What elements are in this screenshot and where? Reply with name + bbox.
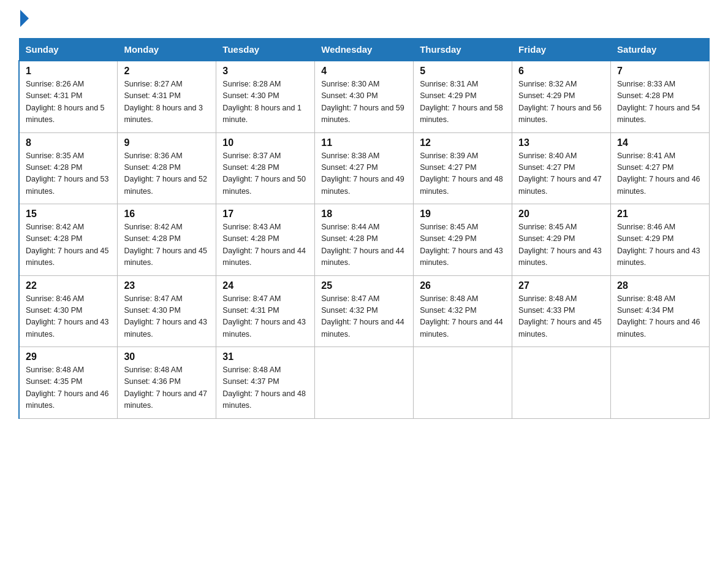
week-row-4: 22Sunrise: 8:46 AMSunset: 4:30 PMDayligh… xyxy=(19,275,710,347)
day-number: 9 xyxy=(124,137,210,148)
calendar-body: 1Sunrise: 8:26 AMSunset: 4:31 PMDaylight… xyxy=(19,61,710,418)
table-row: 4Sunrise: 8:30 AMSunset: 4:30 PMDaylight… xyxy=(315,61,414,132)
table-row: 30Sunrise: 8:48 AMSunset: 4:36 PMDayligh… xyxy=(118,347,216,419)
table-row: 8Sunrise: 8:35 AMSunset: 4:28 PMDaylight… xyxy=(19,132,118,204)
day-info: Sunrise: 8:48 AMSunset: 4:36 PMDaylight:… xyxy=(124,364,210,412)
day-info: Sunrise: 8:39 AMSunset: 4:27 PMDaylight:… xyxy=(420,150,506,198)
table-row: 23Sunrise: 8:47 AMSunset: 4:30 PMDayligh… xyxy=(118,275,216,347)
day-number: 7 xyxy=(617,66,703,77)
table-row: 17Sunrise: 8:43 AMSunset: 4:28 PMDayligh… xyxy=(216,204,315,276)
table-row: 9Sunrise: 8:36 AMSunset: 4:28 PMDaylight… xyxy=(118,132,216,204)
header-saturday: Saturday xyxy=(611,39,710,61)
day-number: 21 xyxy=(617,209,703,220)
day-info: Sunrise: 8:47 AMSunset: 4:31 PMDaylight:… xyxy=(222,293,308,341)
day-number: 3 xyxy=(222,66,308,77)
day-number: 23 xyxy=(124,280,210,291)
day-number: 17 xyxy=(222,209,308,220)
day-info: Sunrise: 8:42 AMSunset: 4:28 PMDaylight:… xyxy=(26,221,111,269)
week-row-5: 29Sunrise: 8:48 AMSunset: 4:35 PMDayligh… xyxy=(19,347,710,419)
day-info: Sunrise: 8:48 AMSunset: 4:35 PMDaylight:… xyxy=(26,364,111,412)
day-info: Sunrise: 8:47 AMSunset: 4:32 PMDaylight:… xyxy=(321,293,407,341)
table-row: 10Sunrise: 8:37 AMSunset: 4:28 PMDayligh… xyxy=(216,132,315,204)
table-row: 24Sunrise: 8:47 AMSunset: 4:31 PMDayligh… xyxy=(216,275,315,347)
day-info: Sunrise: 8:36 AMSunset: 4:28 PMDaylight:… xyxy=(124,150,210,198)
week-row-2: 8Sunrise: 8:35 AMSunset: 4:28 PMDaylight… xyxy=(19,132,710,204)
table-row: 28Sunrise: 8:48 AMSunset: 4:34 PMDayligh… xyxy=(611,275,710,347)
table-row xyxy=(315,347,414,419)
day-info: Sunrise: 8:48 AMSunset: 4:33 PMDaylight:… xyxy=(518,293,604,341)
day-info: Sunrise: 8:41 AMSunset: 4:27 PMDaylight:… xyxy=(617,150,703,198)
header-thursday: Thursday xyxy=(414,39,512,61)
table-row: 2Sunrise: 8:27 AMSunset: 4:31 PMDaylight… xyxy=(118,61,216,132)
day-number: 27 xyxy=(518,280,604,291)
table-row: 31Sunrise: 8:48 AMSunset: 4:37 PMDayligh… xyxy=(216,347,315,419)
calendar-table: SundayMondayTuesdayWednesdayThursdayFrid… xyxy=(18,38,710,419)
table-row xyxy=(512,347,611,419)
day-info: Sunrise: 8:38 AMSunset: 4:27 PMDaylight:… xyxy=(321,150,407,198)
table-row: 26Sunrise: 8:48 AMSunset: 4:32 PMDayligh… xyxy=(414,275,512,347)
day-number: 2 xyxy=(124,66,210,77)
day-info: Sunrise: 8:33 AMSunset: 4:28 PMDaylight:… xyxy=(617,79,703,126)
table-row: 3Sunrise: 8:28 AMSunset: 4:30 PMDaylight… xyxy=(216,61,315,132)
table-row: 27Sunrise: 8:48 AMSunset: 4:33 PMDayligh… xyxy=(512,275,611,347)
header-wednesday: Wednesday xyxy=(315,39,414,61)
day-number: 18 xyxy=(321,209,407,220)
table-row: 11Sunrise: 8:38 AMSunset: 4:27 PMDayligh… xyxy=(315,132,414,204)
table-row: 12Sunrise: 8:39 AMSunset: 4:27 PMDayligh… xyxy=(414,132,512,204)
logo-triangle-icon xyxy=(20,10,29,27)
day-info: Sunrise: 8:45 AMSunset: 4:29 PMDaylight:… xyxy=(518,221,604,269)
header-friday: Friday xyxy=(512,39,611,61)
day-info: Sunrise: 8:30 AMSunset: 4:30 PMDaylight:… xyxy=(321,79,407,126)
calendar-header: SundayMondayTuesdayWednesdayThursdayFrid… xyxy=(19,39,710,61)
day-info: Sunrise: 8:27 AMSunset: 4:31 PMDaylight:… xyxy=(124,79,210,126)
table-row: 15Sunrise: 8:42 AMSunset: 4:28 PMDayligh… xyxy=(19,204,118,276)
day-info: Sunrise: 8:35 AMSunset: 4:28 PMDaylight:… xyxy=(26,150,111,198)
day-number: 8 xyxy=(26,137,111,148)
table-row xyxy=(414,347,512,419)
table-row: 1Sunrise: 8:26 AMSunset: 4:31 PMDaylight… xyxy=(19,61,118,132)
day-number: 6 xyxy=(518,66,604,77)
day-info: Sunrise: 8:44 AMSunset: 4:28 PMDaylight:… xyxy=(321,221,407,269)
day-number: 20 xyxy=(518,209,604,220)
day-number: 25 xyxy=(321,280,407,291)
day-number: 19 xyxy=(420,209,506,220)
day-number: 30 xyxy=(124,351,210,362)
day-number: 24 xyxy=(222,280,308,291)
table-row xyxy=(611,347,710,419)
table-row: 18Sunrise: 8:44 AMSunset: 4:28 PMDayligh… xyxy=(315,204,414,276)
table-row: 21Sunrise: 8:46 AMSunset: 4:29 PMDayligh… xyxy=(611,204,710,276)
day-info: Sunrise: 8:48 AMSunset: 4:32 PMDaylight:… xyxy=(420,293,506,341)
table-row: 5Sunrise: 8:31 AMSunset: 4:29 PMDaylight… xyxy=(414,61,512,132)
table-row: 14Sunrise: 8:41 AMSunset: 4:27 PMDayligh… xyxy=(611,132,710,204)
day-number: 29 xyxy=(26,351,111,362)
day-info: Sunrise: 8:40 AMSunset: 4:27 PMDaylight:… xyxy=(518,150,604,198)
day-info: Sunrise: 8:45 AMSunset: 4:29 PMDaylight:… xyxy=(420,221,506,269)
header-sunday: Sunday xyxy=(19,39,118,61)
table-row: 29Sunrise: 8:48 AMSunset: 4:35 PMDayligh… xyxy=(19,347,118,419)
table-row: 13Sunrise: 8:40 AMSunset: 4:27 PMDayligh… xyxy=(512,132,611,204)
day-number: 22 xyxy=(26,280,111,291)
day-number: 14 xyxy=(617,137,703,148)
day-info: Sunrise: 8:46 AMSunset: 4:29 PMDaylight:… xyxy=(617,221,703,269)
table-row: 20Sunrise: 8:45 AMSunset: 4:29 PMDayligh… xyxy=(512,204,611,276)
day-info: Sunrise: 8:47 AMSunset: 4:30 PMDaylight:… xyxy=(124,293,210,341)
table-row: 22Sunrise: 8:46 AMSunset: 4:30 PMDayligh… xyxy=(19,275,118,347)
day-number: 13 xyxy=(518,137,604,148)
day-number: 4 xyxy=(321,66,407,77)
day-number: 5 xyxy=(420,66,506,77)
week-row-1: 1Sunrise: 8:26 AMSunset: 4:31 PMDaylight… xyxy=(19,61,710,132)
day-info: Sunrise: 8:42 AMSunset: 4:28 PMDaylight:… xyxy=(124,221,210,269)
day-number: 12 xyxy=(420,137,506,148)
table-row: 7Sunrise: 8:33 AMSunset: 4:28 PMDaylight… xyxy=(611,61,710,132)
day-info: Sunrise: 8:43 AMSunset: 4:28 PMDaylight:… xyxy=(222,221,308,269)
logo xyxy=(18,12,29,27)
day-info: Sunrise: 8:28 AMSunset: 4:30 PMDaylight:… xyxy=(222,79,308,126)
header-monday: Monday xyxy=(118,39,216,61)
day-info: Sunrise: 8:32 AMSunset: 4:29 PMDaylight:… xyxy=(518,79,604,126)
header-tuesday: Tuesday xyxy=(216,39,315,61)
day-number: 1 xyxy=(26,66,111,77)
table-row: 25Sunrise: 8:47 AMSunset: 4:32 PMDayligh… xyxy=(315,275,414,347)
table-row: 19Sunrise: 8:45 AMSunset: 4:29 PMDayligh… xyxy=(414,204,512,276)
day-number: 10 xyxy=(222,137,308,148)
table-row: 6Sunrise: 8:32 AMSunset: 4:29 PMDaylight… xyxy=(512,61,611,132)
